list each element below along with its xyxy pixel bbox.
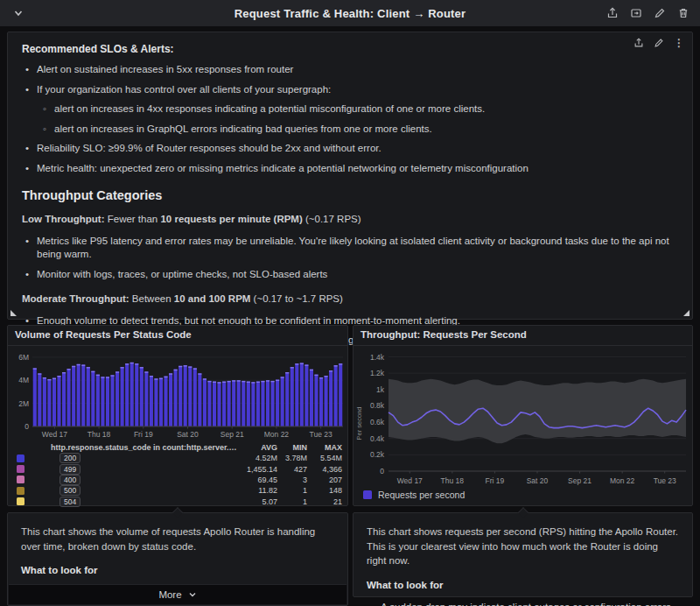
legend-row[interactable]: 4991,455.144274,366	[8, 463, 342, 474]
bar	[57, 376, 60, 426]
svg-text:Wed 17: Wed 17	[397, 476, 423, 485]
legend-value: 427	[277, 465, 307, 474]
legend-value: 148	[307, 486, 342, 495]
bar-cap	[150, 376, 153, 377]
resize-handle-right[interactable]	[683, 310, 690, 316]
delete-icon[interactable]	[677, 7, 690, 19]
bar-cap	[281, 377, 284, 377]
rps-panel-title[interactable]: Throughput: Requests Per Second	[354, 326, 692, 346]
bar	[247, 382, 250, 426]
bar-cap	[106, 377, 109, 377]
legend-row[interactable]: 50011.821148	[8, 485, 342, 496]
bar-cap	[188, 366, 192, 367]
bar	[329, 370, 332, 426]
bar	[232, 380, 235, 426]
bar	[47, 379, 51, 426]
legend-value: 21	[307, 497, 342, 506]
legend-value: 69.45	[239, 476, 277, 484]
legend-swatch	[17, 476, 24, 483]
bar	[110, 375, 114, 426]
rps-legend-item[interactable]: Requests per second	[363, 490, 465, 500]
legend-row[interactable]: 5045.07121	[8, 497, 342, 507]
bar-cap	[285, 372, 289, 373]
expand-icon[interactable]	[630, 7, 642, 19]
status-code-chip: 504	[60, 497, 80, 507]
legend-label: Requests per second	[378, 490, 465, 500]
bar	[150, 376, 153, 426]
bar	[174, 370, 178, 426]
bar-cap	[72, 366, 75, 367]
svg-text:2M: 2M	[18, 399, 29, 408]
legend-swatch	[17, 487, 24, 495]
bar-cap	[290, 367, 294, 368]
legend-max-header[interactable]: MAX	[307, 443, 342, 452]
legend-avg-header[interactable]: AVG	[239, 443, 277, 452]
bar	[281, 377, 284, 426]
bar	[140, 367, 144, 426]
bar-cap	[184, 365, 187, 366]
bar	[222, 382, 226, 426]
share-icon[interactable]	[634, 38, 644, 48]
bar-cap	[218, 382, 221, 383]
bar	[207, 381, 211, 426]
volume-bar-chart[interactable]: 02M4M6MWed 17Thu 18Fri 19Sat 20Sep 21Mon…	[8, 345, 347, 440]
bar-cap	[339, 363, 342, 364]
status-code-chip: 400	[60, 475, 80, 485]
volume-panel: Volume of Requests Per Status Code 02M4M…	[7, 325, 348, 506]
bar	[33, 368, 37, 426]
throughput-heading: Throughput Categories	[22, 188, 678, 202]
section-bullet: Metrics like P95 latency and error rates…	[22, 235, 678, 262]
bar	[135, 363, 138, 426]
resize-handle-left[interactable]	[10, 310, 17, 316]
share-icon[interactable]	[606, 7, 619, 19]
bar-cap	[87, 367, 90, 368]
slo-sub-bullet: alert on increases in 4xx responses indi…	[39, 102, 678, 116]
row-title: Request Traffic & Health: Client → Route…	[0, 7, 700, 20]
note-subhead: What to look for	[21, 563, 334, 578]
volume-note-panel: This chart shows the volume of requests …	[7, 512, 348, 606]
bar	[62, 372, 66, 426]
legend-value: 207	[307, 476, 342, 484]
bar	[251, 382, 255, 426]
note-intro: This chart shows requests per second (RP…	[367, 525, 679, 568]
bar-cap	[81, 364, 85, 365]
bar	[304, 364, 308, 426]
range-band	[388, 379, 686, 444]
slo-bullet: Metric health: unexpected zero or missin…	[22, 162, 678, 176]
bar	[87, 367, 90, 426]
bar	[325, 376, 328, 426]
rps-panel: Throughput: Requests Per Second 00.2k0.4…	[353, 325, 693, 506]
slo-bullet-list: Alert on sustained increases in 5xx resp…	[22, 63, 678, 175]
legend-row[interactable]: 40069.453207	[8, 475, 342, 485]
legend-min-header[interactable]: MIN	[277, 443, 307, 452]
bar-cap	[300, 363, 304, 364]
section-lead: Moderate Throughput: Between 10 and 100 …	[22, 292, 678, 307]
bar-cap	[319, 377, 323, 378]
bar	[213, 382, 216, 426]
bar-cap	[38, 373, 41, 374]
edit-icon[interactable]	[654, 38, 664, 48]
svg-text:Sat 20: Sat 20	[177, 430, 199, 439]
legend-header: http.response.status_code in count:http.…	[8, 441, 342, 453]
legend-row[interactable]: 2004.52M3.78M5.54M	[8, 453, 342, 463]
bar-cap	[67, 369, 71, 370]
bar-cap	[101, 377, 104, 377]
bar	[178, 366, 182, 426]
bar-cap	[232, 380, 235, 381]
rps-line-chart[interactable]: 00.2k0.4k0.6k0.8k1k1.2k1.4kWed 17Thu 18F…	[354, 345, 692, 489]
bar	[91, 371, 94, 426]
bar	[164, 377, 167, 426]
svg-text:0.8k: 0.8k	[370, 401, 385, 410]
status-code-chip: 200	[60, 453, 80, 463]
panel-menu-icon[interactable]: ⋮	[674, 38, 684, 48]
bar	[96, 375, 100, 426]
bar	[300, 363, 304, 427]
bar-cap	[256, 382, 260, 383]
bar	[271, 381, 275, 426]
bar-cap	[174, 370, 178, 370]
volume-panel-title[interactable]: Volume of Requests Per Status Code	[8, 326, 347, 346]
edit-icon[interactable]	[654, 7, 666, 19]
bar-cap	[110, 375, 114, 376]
more-button[interactable]: More	[9, 584, 346, 604]
bar-cap	[213, 382, 216, 383]
